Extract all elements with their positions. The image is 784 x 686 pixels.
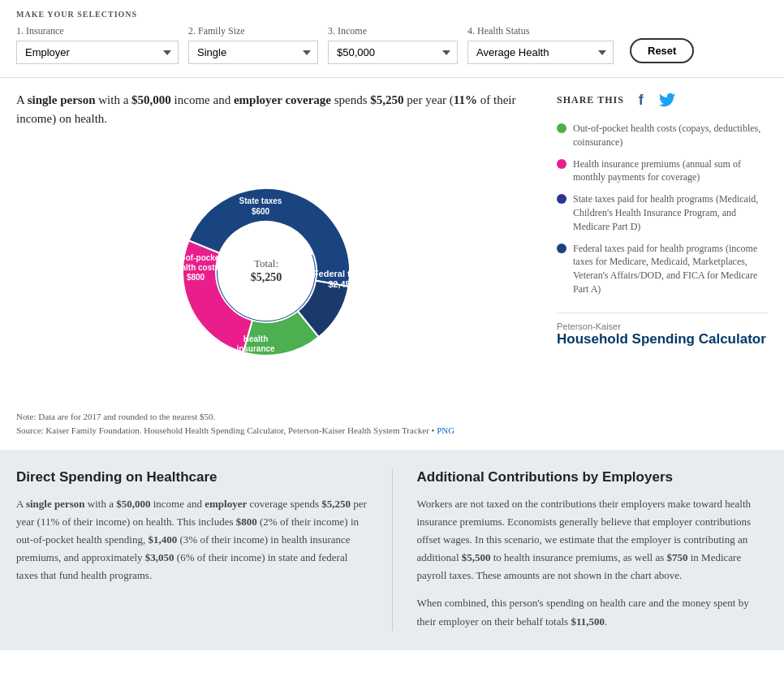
summary-per-year: per year ( <box>404 93 454 106</box>
chart-total-label: Total: <box>254 257 278 270</box>
label-state-1: State taxes <box>239 196 282 205</box>
legend-dot-premiums <box>557 159 566 169</box>
left-panel: A single person with a $50,000 income an… <box>16 91 541 437</box>
legend-dot-federal <box>557 244 566 253</box>
legend-oop: Out-of-pocket health costs (copays, dedu… <box>557 122 768 149</box>
chart-area: Total: $5,250 Federal taxes $2,450 State… <box>16 140 541 400</box>
legend-label-oop: Out-of-pocket health costs (copays, dedu… <box>573 122 768 149</box>
branding-title: Household Spending Calculator <box>557 331 768 347</box>
label-federal-2: $2,450 <box>328 279 355 289</box>
selectors-row: 1. Insurance EmployerMarketplaceMedicaid… <box>16 25 768 64</box>
label-prem-4: $1,400 <box>243 364 269 373</box>
reset-button[interactable]: Reset <box>630 38 694 63</box>
legend-dot-oop <box>557 123 566 133</box>
legend: Out-of-pocket health costs (copays, dedu… <box>557 122 768 296</box>
health-status-group: 4. Health Status Average HealthGood Heal… <box>467 25 614 64</box>
legend-premiums: Health insurance premiums (annual sum of… <box>557 157 768 185</box>
summary-spends: spends <box>331 93 370 106</box>
main-content: A single person with a $50,000 income an… <box>0 78 784 450</box>
notes-area: Note: Data are for 2017 and rounded to t… <box>16 410 541 437</box>
summary-person: single person <box>28 93 96 106</box>
label-prem-1: Health <box>243 334 269 343</box>
summary-with: with a <box>96 93 132 106</box>
right-panel: SHARE THIS f Out-of-pocket health costs … <box>557 91 768 437</box>
label-oop-2: health costs <box>172 263 220 272</box>
label-oop-3: $800 <box>187 273 205 282</box>
summary-coverage: employer coverage <box>234 93 331 106</box>
twitter-icon[interactable] <box>658 91 676 109</box>
legend-state-taxes: State taxes paid for health programs (Me… <box>557 192 768 233</box>
facebook-icon[interactable]: f <box>632 91 650 109</box>
summary-amount: $5,250 <box>370 93 403 106</box>
bottom-right-col: Additional Contributions by Employers Wo… <box>417 469 769 631</box>
bottom-right-para2: When combined, this person's spending on… <box>417 594 769 630</box>
insurance-group: 1. Insurance EmployerMarketplaceMedicaid… <box>16 25 179 64</box>
note-text: Note: Data are for 2017 and rounded to t… <box>16 410 541 424</box>
share-row: SHARE THIS f <box>557 91 768 109</box>
family-size-select[interactable]: SingleCoupleSingle ParentFamily <box>188 41 318 64</box>
summary-pct: 11% <box>454 93 477 106</box>
legend-label-premiums: Health insurance premiums (annual sum of… <box>573 157 768 185</box>
bottom-right-para1: Workers are not taxed on the contributio… <box>417 495 769 585</box>
legend-federal-taxes: Federal taxes paid for health programs (… <box>557 242 768 296</box>
label-oop-1: Out-of-pocket <box>169 253 222 262</box>
summary-intro: A <box>16 93 28 106</box>
donut-chart: Total: $5,250 Federal taxes $2,450 State… <box>140 140 416 400</box>
bottom-left-col: Direct Spending on Healthcare A single p… <box>16 469 368 631</box>
legend-label-federal: Federal taxes paid for health programs (… <box>573 242 768 296</box>
source-prefix: Source: Kaiser Family Foundation. Househ… <box>16 425 437 435</box>
summary-income-and: income and <box>171 93 234 106</box>
insurance-label: 1. Insurance <box>16 25 179 37</box>
bottom-section: Direct Spending on Healthcare A single p… <box>0 450 784 650</box>
legend-label-state: State taxes paid for health programs (Me… <box>573 192 768 233</box>
make-selections-label: MAKE YOUR SELECTIONS <box>16 10 768 19</box>
bottom-left-heading: Direct Spending on Healthcare <box>16 469 368 485</box>
income-select[interactable]: $25,000$50,000$75,000$100,000$150,000$20… <box>328 41 458 64</box>
health-status-label: 4. Health Status <box>467 25 614 37</box>
bottom-divider <box>392 469 393 631</box>
insurance-select[interactable]: EmployerMarketplaceMedicaidMedicareUnins… <box>16 41 179 64</box>
branding: Peterson-Kaiser Household Spending Calcu… <box>557 313 768 347</box>
branding-sub: Peterson-Kaiser <box>557 321 768 331</box>
family-size-group: 2. Family Size SingleCoupleSingle Parent… <box>188 25 318 64</box>
top-section: MAKE YOUR SELECTIONS 1. Insurance Employ… <box>0 0 784 78</box>
chart-total-value: $5,250 <box>251 271 282 283</box>
bottom-right-heading: Additional Contributions by Employers <box>417 469 769 485</box>
label-prem-2: insurance <box>236 344 275 353</box>
source-text: Source: Kaiser Family Foundation. Househ… <box>16 424 541 438</box>
income-group: 3. Income $25,000$50,000$75,000$100,000$… <box>328 25 458 64</box>
label-prem-3: premiums <box>236 354 275 363</box>
legend-dot-state <box>557 194 566 204</box>
summary-income: $50,000 <box>131 93 171 106</box>
income-label: 3. Income <box>328 25 458 37</box>
png-link[interactable]: PNG <box>437 425 454 435</box>
summary-text: A single person with a $50,000 income an… <box>16 91 541 127</box>
label-state-2: $600 <box>252 207 270 216</box>
health-status-select[interactable]: Average HealthGood HealthPoor Health <box>467 41 614 64</box>
bottom-left-body: A single person with a $50,000 income an… <box>16 495 368 585</box>
family-size-label: 2. Family Size <box>188 25 318 37</box>
label-federal-1: Federal taxes <box>313 269 370 278</box>
share-label: SHARE THIS <box>557 94 624 106</box>
